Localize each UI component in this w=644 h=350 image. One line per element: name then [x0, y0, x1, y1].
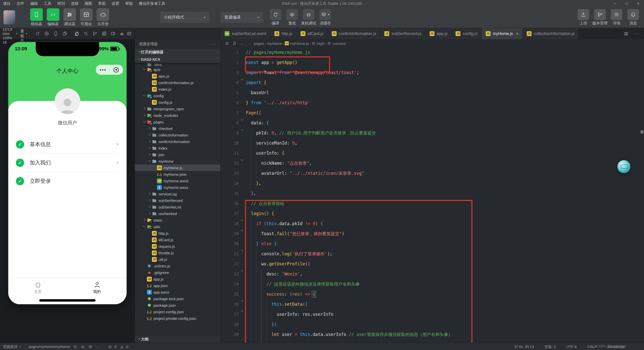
tree-item-app.wxss[interactable]: 3app.wxss: [135, 289, 220, 295]
action-真机调试-button[interactable]: 真机调试: [300, 9, 317, 26]
tree-item-myHome[interactable]: myHome: [135, 158, 220, 164]
action-预览-button[interactable]: 预览: [284, 9, 300, 26]
tree-item-project.private.config.json[interactable]: {..}project.private.config.json: [135, 315, 220, 322]
tree-item-app.json[interactable]: {..}app.json: [135, 282, 220, 289]
miniapp-avatar[interactable]: [55, 88, 80, 114]
tree-item-package.json[interactable]: ⬢package.json: [135, 302, 220, 308]
explorer-more-button[interactable]: ···: [211, 42, 216, 46]
editor-more-icon[interactable]: ···: [634, 31, 639, 36]
tree-item-static[interactable]: ≡static: [135, 217, 220, 223]
tree-item-serviceLog[interactable]: serviceLog: [135, 191, 220, 197]
mode-select[interactable]: 小程序模式 ▼: [160, 12, 210, 23]
breadcrumb-myHome[interactable]: myHome: [267, 41, 282, 46]
tree-item-checked[interactable]: checked: [135, 125, 220, 132]
tree-item-project.config.json[interactable]: {..}project.config.json: [135, 308, 220, 315]
menu-item-设置[interactable]: 设置: [109, 1, 122, 6]
close-miniapp-button[interactable]: [110, 67, 123, 73]
tab-idCard.js[interactable]: JSidCard.js: [297, 28, 328, 39]
miniapp-menu-立即登录[interactable]: ✓立即登录: [16, 172, 119, 190]
user-avatar[interactable]: [4, 10, 15, 24]
tree-item-myHome.wxss[interactable]: 3myHome.wxss: [135, 184, 220, 191]
tree-item-apis[interactable]: #apis: [135, 66, 220, 73]
menu-item-项目[interactable]: 项目: [0, 1, 14, 6]
tree-item-app.js[interactable]: JSapp.js: [135, 276, 220, 282]
tab-collectionInformation.js[interactable]: JScollectionInformation.js: [523, 28, 579, 39]
tree-item-myHome.wxml[interactable]: <>myHome.wxml: [135, 178, 220, 184]
nav-forward-icon[interactable]: →: [246, 40, 253, 47]
eol-setting[interactable]: CRLF: [587, 344, 597, 349]
tree-item-config[interactable]: ⚙config: [135, 92, 220, 99]
record-icon[interactable]: [43, 30, 51, 38]
tree-item-subSerReList[interactable]: subSerReList: [135, 204, 220, 210]
tree-section-GAS2-XCX[interactable]: GAS2-XCX: [135, 56, 220, 63]
tree-item-http.js[interactable]: JShttp.js: [135, 230, 220, 236]
tab-config.js[interactable]: JSconfig.js: [452, 28, 482, 39]
nav-back-icon[interactable]: ←: [239, 40, 245, 47]
menu-item-工具[interactable]: 工具: [41, 1, 54, 6]
search-icon[interactable]: [82, 30, 90, 38]
language-mode[interactable]: JavaScript: [607, 344, 624, 349]
status-more-icon[interactable]: ···: [96, 345, 101, 349]
action-编译-button[interactable]: 编译: [267, 9, 284, 26]
more-menu-button[interactable]: [96, 69, 109, 71]
split-editor-icon[interactable]: [622, 30, 630, 38]
breadcrumb-myHome.js[interactable]: JSmyHome.js: [285, 41, 309, 46]
menu-item-帮助[interactable]: 帮助: [122, 1, 136, 6]
encoding-setting[interactable]: UTF-8: [566, 344, 577, 349]
tree-item-idCard.js[interactable]: JSidCard.js: [135, 236, 220, 243]
preview-icon[interactable]: [88, 345, 92, 349]
tree-item-node_modules[interactable]: ●node_modules: [135, 112, 220, 119]
miniapp-menu-基本信息[interactable]: ✓基本信息>: [16, 135, 119, 154]
scrollbar-thumb[interactable]: [640, 130, 643, 133]
breadcrumb-pages[interactable]: pages: [254, 41, 264, 46]
toolbar-版本管理-button[interactable]: 版本管理: [592, 9, 608, 26]
toolbar-云开发-button[interactable]: 云开发: [96, 8, 110, 26]
tree-item-apis.js[interactable]: JSapis.js: [135, 73, 220, 79]
menu-item-选择[interactable]: 选择: [68, 1, 82, 6]
outline-list-icon[interactable]: [224, 40, 230, 47]
tree-item-throttle.js[interactable]: JSthrottle.js: [135, 250, 220, 256]
tab-myHome.js[interactable]: JSmyHome.js×: [482, 28, 523, 39]
toolbar-模拟器-button[interactable]: 模拟器: [29, 8, 44, 26]
rotate-icon[interactable]: [34, 30, 42, 38]
tree-item-myHome.json[interactable]: {..}myHome.json: [135, 171, 220, 178]
toolbar-编辑器-button[interactable]: 编辑器: [46, 8, 60, 26]
tree-item-util.js[interactable]: JSutil.js: [135, 256, 220, 263]
close-button[interactable]: ×: [632, 0, 644, 7]
breadcrumb-login[interactable]: login: [312, 41, 325, 46]
miniapp-menu-加入我们[interactable]: ✓加入我们>: [16, 154, 119, 172]
toolbar-消息-button[interactable]: 消息: [625, 9, 641, 26]
branch-icon[interactable]: [91, 30, 99, 38]
tab-subSerRecord.js[interactable]: JSsubSerRecord.js: [380, 28, 425, 39]
tree-item-package-lock.json[interactable]: ⬢package-lock.json: [135, 295, 220, 302]
menu-item-文件[interactable]: 文件: [14, 1, 27, 6]
tree-item-miniprogram_npm[interactable]: miniprogram_npm: [135, 106, 220, 112]
tree-item-index[interactable]: index: [135, 145, 220, 151]
indent-setting[interactable]: 空格: 2: [544, 344, 556, 349]
tree-item-pages[interactable]: ◎pages: [135, 119, 220, 125]
path-mode-select[interactable]: 页面路径 ▼: [3, 344, 21, 349]
files-icon[interactable]: [73, 30, 81, 38]
debug-icon[interactable]: [81, 345, 85, 349]
close-tab-icon[interactable]: ×: [516, 31, 518, 36]
menu-item-界面[interactable]: 界面: [95, 1, 109, 6]
panel-icon[interactable]: [109, 30, 117, 38]
toolbar-上传-button[interactable]: 上传: [575, 9, 592, 26]
tree-item-join[interactable]: join: [135, 151, 220, 158]
toolbar-调试器-button[interactable]: 调试器: [62, 8, 77, 26]
grid4-icon[interactable]: [100, 30, 108, 38]
minimize-button[interactable]: ─: [609, 0, 621, 7]
assistant-float-ball[interactable]: [617, 160, 630, 173]
menu-item-微信开发者工具[interactable]: 微信开发者工具: [136, 1, 168, 6]
tab-http.js[interactable]: JShttp.js: [270, 28, 297, 39]
breadcrumb-success[interactable]: success: [328, 41, 346, 46]
multiwin-icon[interactable]: [61, 30, 69, 38]
copy-path-icon[interactable]: [73, 345, 77, 349]
tree-item-utils[interactable]: +utils: [135, 223, 220, 230]
phone-icon[interactable]: [52, 30, 60, 38]
tree-item-myHome.js[interactable]: JSmyHome.js: [135, 164, 220, 171]
tab-subSerReList.wxml[interactable]: <>subSerReList.wxml: [221, 28, 270, 39]
maximize-button[interactable]: □: [621, 0, 632, 7]
tree-item-.idea[interactable]: .idea: [135, 63, 220, 66]
whale-icon[interactable]: [118, 30, 126, 38]
